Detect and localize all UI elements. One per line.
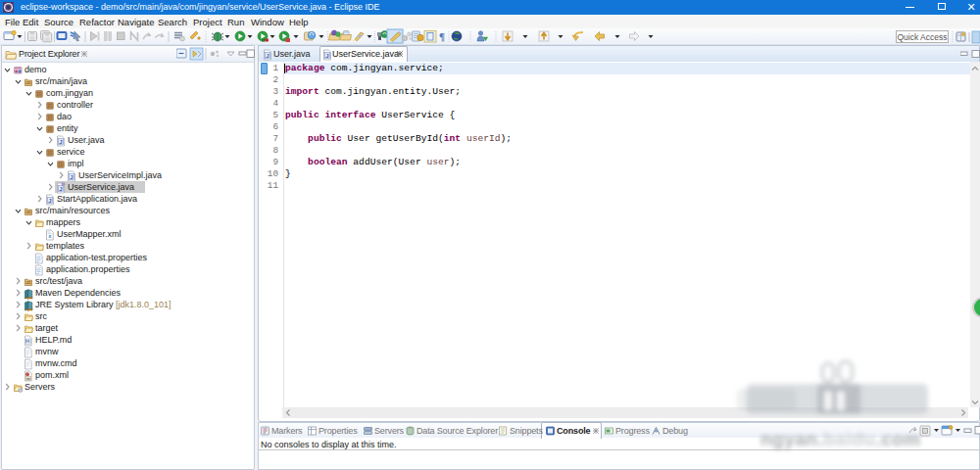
svg-text:x: x [48,233,51,239]
svg-text:J: J [266,53,269,59]
svg-text:J: J [59,185,62,191]
svg-text:J: J [48,197,51,203]
svg-text:J: J [325,53,328,59]
svg-text:¶: ¶ [439,30,445,42]
svg-text:J: J [70,173,73,179]
svg-text:J: J [59,138,62,144]
svg-text:m: m [26,375,30,380]
